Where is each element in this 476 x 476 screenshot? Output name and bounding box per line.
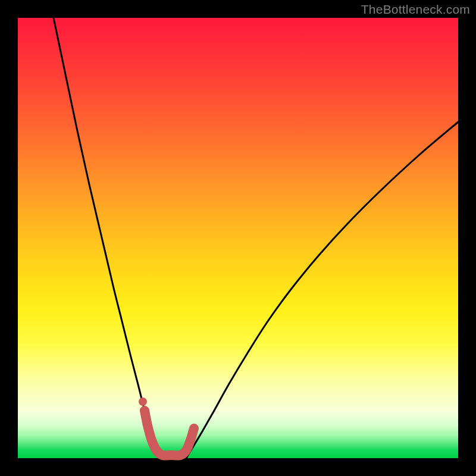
watermark-text: TheBottleneck.com bbox=[361, 2, 470, 17]
series-right-curve bbox=[186, 122, 458, 458]
series-left-curve bbox=[54, 18, 159, 458]
curves-svg bbox=[18, 18, 458, 458]
chart-frame: TheBottleneck.com bbox=[0, 0, 476, 476]
series-valley-marker bbox=[145, 411, 194, 456]
plot-area bbox=[18, 18, 458, 458]
series-valley-dot bbox=[139, 397, 147, 406]
